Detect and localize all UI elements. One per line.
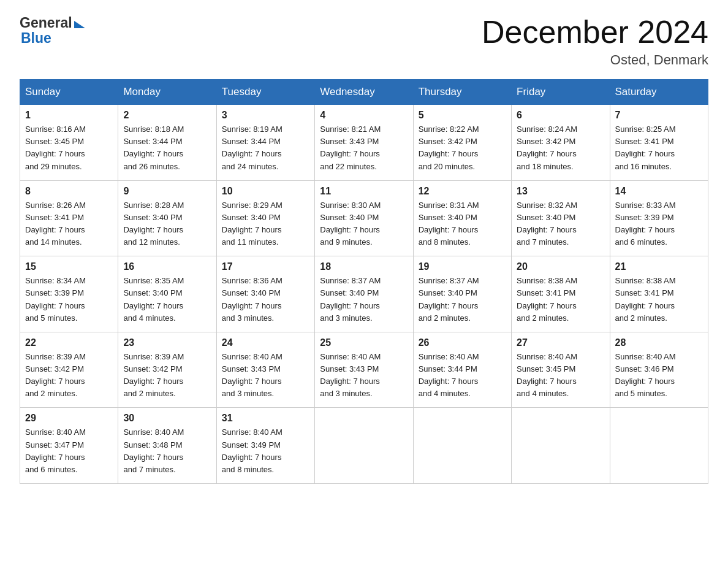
day-info: Sunrise: 8:40 AM Sunset: 3:43 PM Dayligh… [222, 351, 309, 400]
calendar-week-row: 22 Sunrise: 8:39 AM Sunset: 3:42 PM Dayl… [20, 332, 708, 408]
day-info: Sunrise: 8:36 AM Sunset: 3:40 PM Dayligh… [222, 275, 309, 324]
day-number: 1 [25, 110, 113, 121]
location-label: Osted, Denmark [482, 52, 708, 68]
day-number: 24 [222, 337, 309, 348]
table-row [512, 408, 610, 484]
day-number: 14 [615, 186, 703, 197]
table-row: 23 Sunrise: 8:39 AM Sunset: 3:42 PM Dayl… [118, 332, 216, 408]
day-number: 21 [615, 261, 703, 272]
day-number: 4 [320, 110, 408, 121]
day-info: Sunrise: 8:18 AM Sunset: 3:44 PM Dayligh… [123, 123, 211, 173]
day-info: Sunrise: 8:28 AM Sunset: 3:40 PM Dayligh… [123, 199, 211, 249]
day-info: Sunrise: 8:24 AM Sunset: 3:42 PM Dayligh… [517, 123, 604, 173]
day-number: 6 [517, 110, 604, 121]
table-row: 8 Sunrise: 8:26 AM Sunset: 3:41 PM Dayli… [20, 180, 118, 256]
day-number: 29 [25, 413, 113, 424]
day-number: 22 [25, 337, 113, 348]
table-row: 24 Sunrise: 8:40 AM Sunset: 3:43 PM Dayl… [216, 332, 314, 408]
day-info: Sunrise: 8:16 AM Sunset: 3:45 PM Dayligh… [25, 123, 113, 173]
day-number: 27 [517, 337, 604, 348]
calendar-header-row: Sunday Monday Tuesday Wednesday Thursday… [20, 80, 708, 105]
col-thursday: Thursday [413, 80, 511, 105]
day-number: 25 [320, 337, 408, 348]
table-row: 21 Sunrise: 8:38 AM Sunset: 3:41 PM Dayl… [610, 256, 708, 332]
day-info: Sunrise: 8:35 AM Sunset: 3:40 PM Dayligh… [123, 275, 211, 324]
day-info: Sunrise: 8:40 AM Sunset: 3:46 PM Dayligh… [615, 351, 703, 400]
table-row: 29 Sunrise: 8:40 AM Sunset: 3:47 PM Dayl… [20, 408, 118, 484]
day-number: 28 [615, 337, 703, 348]
day-info: Sunrise: 8:34 AM Sunset: 3:39 PM Dayligh… [25, 275, 113, 324]
table-row [315, 408, 413, 484]
table-row: 31 Sunrise: 8:40 AM Sunset: 3:49 PM Dayl… [216, 408, 314, 484]
calendar-table: Sunday Monday Tuesday Wednesday Thursday… [20, 79, 708, 484]
day-info: Sunrise: 8:31 AM Sunset: 3:40 PM Dayligh… [419, 199, 506, 249]
table-row: 14 Sunrise: 8:33 AM Sunset: 3:39 PM Dayl… [610, 180, 708, 256]
day-number: 7 [615, 110, 703, 121]
day-number: 2 [123, 110, 211, 121]
table-row: 2 Sunrise: 8:18 AM Sunset: 3:44 PM Dayli… [118, 105, 216, 181]
day-number: 18 [320, 261, 408, 272]
table-row: 10 Sunrise: 8:29 AM Sunset: 3:40 PM Dayl… [216, 180, 314, 256]
table-row: 7 Sunrise: 8:25 AM Sunset: 3:41 PM Dayli… [610, 105, 708, 181]
day-number: 30 [123, 413, 211, 424]
day-number: 9 [123, 186, 211, 197]
table-row: 25 Sunrise: 8:40 AM Sunset: 3:43 PM Dayl… [315, 332, 413, 408]
day-info: Sunrise: 8:40 AM Sunset: 3:45 PM Dayligh… [517, 351, 604, 400]
table-row: 26 Sunrise: 8:40 AM Sunset: 3:44 PM Dayl… [413, 332, 511, 408]
table-row: 19 Sunrise: 8:37 AM Sunset: 3:40 PM Dayl… [413, 256, 511, 332]
day-number: 11 [320, 186, 408, 197]
table-row: 30 Sunrise: 8:40 AM Sunset: 3:48 PM Dayl… [118, 408, 216, 484]
title-block: December 2024 Osted, Denmark [482, 15, 708, 68]
table-row: 1 Sunrise: 8:16 AM Sunset: 3:45 PM Dayli… [20, 105, 118, 181]
table-row: 11 Sunrise: 8:30 AM Sunset: 3:40 PM Dayl… [315, 180, 413, 256]
day-info: Sunrise: 8:40 AM Sunset: 3:48 PM Dayligh… [123, 426, 211, 476]
table-row: 22 Sunrise: 8:39 AM Sunset: 3:42 PM Dayl… [20, 332, 118, 408]
day-info: Sunrise: 8:37 AM Sunset: 3:40 PM Dayligh… [419, 275, 506, 324]
calendar-week-row: 1 Sunrise: 8:16 AM Sunset: 3:45 PM Dayli… [20, 105, 708, 181]
day-info: Sunrise: 8:33 AM Sunset: 3:39 PM Dayligh… [615, 199, 703, 249]
table-row: 6 Sunrise: 8:24 AM Sunset: 3:42 PM Dayli… [512, 105, 610, 181]
table-row: 28 Sunrise: 8:40 AM Sunset: 3:46 PM Dayl… [610, 332, 708, 408]
table-row: 17 Sunrise: 8:36 AM Sunset: 3:40 PM Dayl… [216, 256, 314, 332]
day-number: 26 [419, 337, 506, 348]
col-tuesday: Tuesday [216, 80, 314, 105]
day-number: 23 [123, 337, 211, 348]
col-sunday: Sunday [20, 80, 118, 105]
logo-blue-text: Blue [21, 30, 51, 47]
calendar-week-row: 8 Sunrise: 8:26 AM Sunset: 3:41 PM Dayli… [20, 180, 708, 256]
table-row: 20 Sunrise: 8:38 AM Sunset: 3:41 PM Dayl… [512, 256, 610, 332]
day-info: Sunrise: 8:21 AM Sunset: 3:43 PM Dayligh… [320, 123, 408, 173]
day-number: 31 [222, 413, 309, 424]
col-saturday: Saturday [610, 80, 708, 105]
table-row: 15 Sunrise: 8:34 AM Sunset: 3:39 PM Dayl… [20, 256, 118, 332]
day-info: Sunrise: 8:39 AM Sunset: 3:42 PM Dayligh… [25, 351, 113, 400]
day-info: Sunrise: 8:26 AM Sunset: 3:41 PM Dayligh… [25, 199, 113, 249]
table-row: 13 Sunrise: 8:32 AM Sunset: 3:40 PM Dayl… [512, 180, 610, 256]
logo: General Blue [20, 15, 85, 47]
table-row [413, 408, 511, 484]
day-number: 12 [419, 186, 506, 197]
month-title: December 2024 [482, 15, 708, 50]
table-row: 18 Sunrise: 8:37 AM Sunset: 3:40 PM Dayl… [315, 256, 413, 332]
day-number: 19 [419, 261, 506, 272]
day-info: Sunrise: 8:19 AM Sunset: 3:44 PM Dayligh… [222, 123, 309, 173]
day-number: 15 [25, 261, 113, 272]
col-monday: Monday [118, 80, 216, 105]
day-number: 8 [25, 186, 113, 197]
table-row: 12 Sunrise: 8:31 AM Sunset: 3:40 PM Dayl… [413, 180, 511, 256]
day-number: 5 [419, 110, 506, 121]
col-friday: Friday [512, 80, 610, 105]
day-info: Sunrise: 8:22 AM Sunset: 3:42 PM Dayligh… [419, 123, 506, 173]
day-info: Sunrise: 8:39 AM Sunset: 3:42 PM Dayligh… [123, 351, 211, 400]
day-info: Sunrise: 8:40 AM Sunset: 3:44 PM Dayligh… [419, 351, 506, 400]
logo-arrow-icon [74, 21, 85, 28]
day-info: Sunrise: 8:29 AM Sunset: 3:40 PM Dayligh… [222, 199, 309, 249]
day-number: 20 [517, 261, 604, 272]
table-row: 27 Sunrise: 8:40 AM Sunset: 3:45 PM Dayl… [512, 332, 610, 408]
day-number: 17 [222, 261, 309, 272]
day-info: Sunrise: 8:40 AM Sunset: 3:49 PM Dayligh… [222, 426, 309, 476]
table-row: 5 Sunrise: 8:22 AM Sunset: 3:42 PM Dayli… [413, 105, 511, 181]
day-info: Sunrise: 8:40 AM Sunset: 3:47 PM Dayligh… [25, 426, 113, 476]
calendar-week-row: 15 Sunrise: 8:34 AM Sunset: 3:39 PM Dayl… [20, 256, 708, 332]
table-row: 3 Sunrise: 8:19 AM Sunset: 3:44 PM Dayli… [216, 105, 314, 181]
